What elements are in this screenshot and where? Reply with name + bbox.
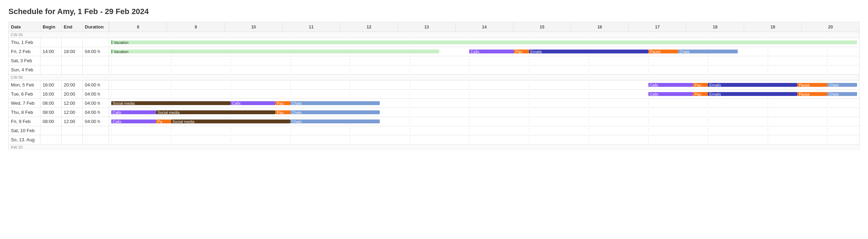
date-cell: Sun, 4 Feb — [9, 65, 40, 75]
duration-cell — [83, 126, 109, 135]
bar-calls: Calls — [648, 83, 693, 87]
date-cell: Thu, 8 Feb — [9, 108, 40, 117]
timeline-inner: VacationCallsPauEmailsPauseChats — [111, 49, 857, 54]
day-row: Wed, 7 Feb08:0012:0004:00 hSocial mediaC… — [9, 99, 860, 108]
bar-chats: Chats — [290, 119, 380, 123]
end-cell — [62, 126, 83, 135]
header-row: Date Begin End Duration 8910111213141516… — [9, 22, 860, 32]
bar-emails: Emails — [708, 92, 797, 96]
end-cell — [62, 38, 83, 47]
timeline-inner — [111, 67, 857, 73]
page: Schedule for Amy, 1 Feb - 29 Feb 2024 Da… — [0, 0, 868, 157]
duration-cell: 04:00 h — [83, 108, 109, 117]
begin-cell: 08:00 — [40, 117, 62, 126]
timeline-cell: Social mediaCallsPauChats — [109, 99, 860, 108]
begin-cell — [40, 56, 62, 65]
date-cell: Wed, 7 Feb — [9, 99, 40, 108]
bar-pause: Pau — [693, 92, 708, 96]
col-header-end: End — [62, 22, 83, 32]
date-cell: Fri, 9 Feb — [9, 117, 40, 126]
day-row: Fri, 2 Feb14:0018:0004:00 hVacationCalls… — [9, 47, 860, 56]
timeline-inner: CallsPaSocial mediaChats — [111, 118, 857, 124]
end-cell: 20:00 — [62, 90, 83, 99]
hour-label: 8 — [109, 22, 167, 32]
cw-row: KW 33 — [9, 144, 860, 150]
date-cell: Fri, 2 Feb — [9, 47, 40, 56]
hour-label: 11 — [282, 22, 340, 32]
cw-row: CW 06 — [9, 75, 860, 80]
end-cell — [62, 135, 83, 144]
end-cell: 20:00 — [62, 80, 83, 90]
date-cell: Sat, 10 Feb — [9, 126, 40, 135]
hour-label: 13 — [398, 22, 455, 32]
bar-pause: Pau — [514, 50, 529, 53]
day-row: Thu, 1 FebVacation — [9, 38, 860, 47]
duration-cell — [83, 65, 109, 75]
bar-pause: Pau — [275, 101, 290, 105]
begin-cell: 14:00 — [40, 47, 62, 56]
bar-calls: Calls — [469, 50, 514, 53]
date-cell: Mon, 5 Feb — [9, 80, 40, 90]
bar-chats: Chats — [290, 110, 380, 114]
timeline-cell: VacationCallsPauEmailsPauseChats — [109, 47, 860, 56]
date-cell: Thu, 1 Feb — [9, 38, 40, 47]
timeline-cell: CallsPauEmailsPauseChats — [109, 80, 860, 90]
date-cell: So, 13. Aug — [9, 135, 40, 144]
hour-label: 9 — [167, 22, 225, 32]
timeline-cell: Vacation — [109, 38, 860, 47]
timeline-inner: Social mediaCallsPauChats — [111, 100, 857, 106]
duration-cell: 04:00 h — [83, 80, 109, 90]
begin-cell: 08:00 — [40, 99, 62, 108]
timeline-inner — [111, 58, 857, 64]
bar-vacation: Vacation — [111, 40, 857, 44]
cw-label: CW 06 — [9, 75, 860, 80]
begin-cell — [40, 65, 62, 75]
begin-cell — [40, 135, 62, 144]
cw-label: CW 05 — [9, 32, 860, 38]
timeline-cell: CallsPauEmailsPauseChats — [109, 90, 860, 99]
begin-cell — [40, 38, 62, 47]
bar-social: Social media — [111, 101, 231, 105]
duration-cell: 04:00 h — [83, 47, 109, 56]
day-row: Tue, 6 Feb16:0020:0004:00 hCallsPauEmail… — [9, 90, 860, 99]
end-cell: 12:00 — [62, 117, 83, 126]
bar-pause: Pause — [797, 92, 827, 96]
timeline-cell — [109, 65, 860, 75]
cw-row: CW 05 — [9, 32, 860, 38]
bar-emails: Emails — [529, 50, 648, 53]
day-row: Sat, 3 Feb — [9, 56, 860, 65]
timeline-inner: CallsSocial mediaPauChats — [111, 109, 857, 115]
bar-calls: Calls — [111, 110, 156, 114]
hour-label: 20 — [801, 22, 859, 32]
bar-pause: Pau — [693, 83, 708, 87]
begin-cell: 16:00 — [40, 90, 62, 99]
day-row: Fri, 9 Feb08:0012:0004:00 hCallsPaSocial… — [9, 117, 860, 126]
timeline-cell: CallsSocial mediaPauChats — [109, 108, 860, 117]
duration-cell — [83, 135, 109, 144]
hour-label: 10 — [225, 22, 282, 32]
date-cell: Sat, 3 Feb — [9, 56, 40, 65]
timeline-cell: CallsPaSocial mediaChats — [109, 117, 860, 126]
begin-cell: 16:00 — [40, 80, 62, 90]
schedule-body: CW 05Thu, 1 FebVacationFri, 2 Feb14:0018… — [9, 32, 860, 150]
bar-calls: Calls — [648, 92, 693, 96]
timeline-inner — [111, 137, 857, 143]
hour-label: 17 — [628, 22, 686, 32]
bar-pause: Pause — [797, 83, 827, 87]
end-cell: 12:00 — [62, 108, 83, 117]
timeline-cell — [109, 126, 860, 135]
cw-label: KW 33 — [9, 144, 860, 150]
col-header-date: Date — [9, 22, 40, 32]
end-cell: 18:00 — [62, 47, 83, 56]
bar-pause: Pause — [648, 50, 678, 53]
timeline-inner — [111, 128, 857, 134]
timeline-cell — [109, 56, 860, 65]
day-row: Mon, 5 Feb16:0020:0004:00 hCallsPauEmail… — [9, 80, 860, 90]
duration-cell — [83, 38, 109, 47]
duration-cell — [83, 56, 109, 65]
bar-chats: Chats — [827, 83, 857, 87]
duration-cell: 04:00 h — [83, 99, 109, 108]
hour-label: 19 — [744, 22, 801, 32]
end-cell — [62, 65, 83, 75]
hour-label: 14 — [455, 22, 513, 32]
